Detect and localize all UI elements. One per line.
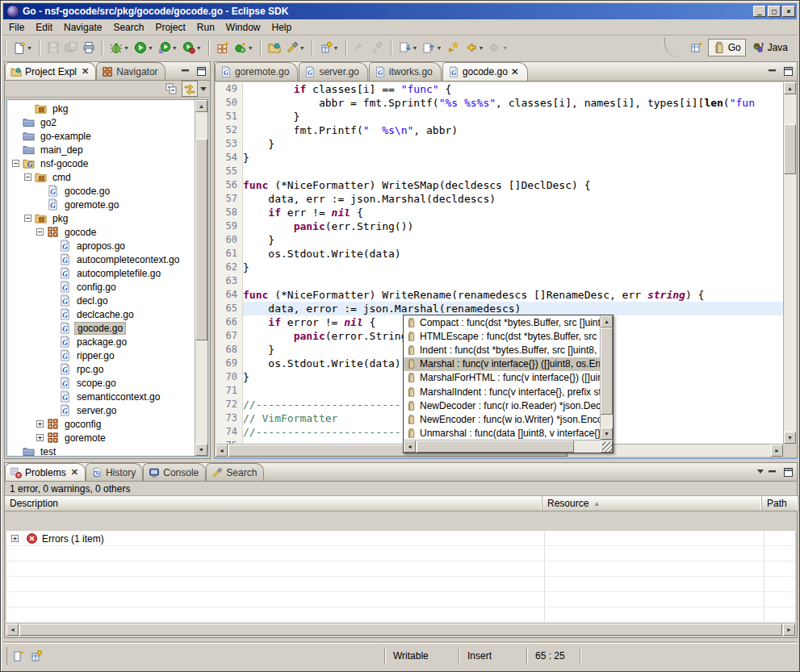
autocomplete-item[interactable]: MarshalForHTML : func(v interface{}) ([]… xyxy=(404,371,600,385)
code-line-61[interactable]: 61 os.Stdout.Write(data) xyxy=(216,247,796,261)
run-button[interactable]: ▼ xyxy=(132,39,156,56)
scroll-down-arrow[interactable]: ▼ xyxy=(601,428,613,440)
view-minimize-icon[interactable] xyxy=(767,466,779,477)
tab-problems[interactable]: Problems✕ xyxy=(5,463,86,481)
scroll-up-arrow[interactable]: ▲ xyxy=(195,100,207,112)
print-button[interactable] xyxy=(80,39,98,56)
next-annotation-button[interactable]: ▼ xyxy=(396,39,421,56)
new-wizard-button[interactable]: ▼ xyxy=(10,39,35,56)
tab-console[interactable]: Console xyxy=(143,463,206,481)
tree-expander-icon[interactable]: − xyxy=(24,215,31,222)
maximize-button[interactable]: □ xyxy=(768,6,781,17)
tree-item-gocode-go[interactable]: Ggocode.go xyxy=(7,184,195,198)
tree-item-declcache-go[interactable]: Gdeclcache.go xyxy=(7,307,195,321)
code-line-60[interactable]: 60 } xyxy=(216,233,796,247)
editor-scroll-thumb[interactable] xyxy=(784,124,796,174)
close-tab-icon[interactable]: ✕ xyxy=(511,66,519,77)
scroll-right-arrow[interactable]: ► xyxy=(771,445,783,457)
menu-file[interactable]: File xyxy=(3,20,30,35)
tree-item-go-example[interactable]: go-example xyxy=(7,129,195,143)
code-line-52[interactable]: 52 fmt.Printf(" %s\n", abbr) xyxy=(216,123,796,137)
code-line-50[interactable]: 50 abbr = fmt.Sprintf("%s %s%s", classes… xyxy=(216,96,796,110)
menu-project[interactable]: Project xyxy=(149,20,191,35)
title-bar[interactable]: Go - nsf-gocode/src/pkg/gocode/gocode.go… xyxy=(3,3,797,19)
tree-expander-icon[interactable]: − xyxy=(36,228,44,236)
last-edit-location-button[interactable] xyxy=(444,39,462,56)
code-line-59[interactable]: 59 panic(err.String()) xyxy=(216,219,796,233)
code-line-49[interactable]: 49 if classes[i] == "func" { xyxy=(216,82,796,96)
tab-itworks-go[interactable]: Gitworks.go xyxy=(369,62,442,81)
column-header-path[interactable]: Path xyxy=(762,496,798,511)
minimize-button[interactable]: _ xyxy=(753,6,766,17)
tab-goremote-go[interactable]: Ggoremote.go xyxy=(215,62,298,81)
tree-item-goconfig[interactable]: +goconfig xyxy=(7,417,195,431)
tab-navigator[interactable]: Navigator xyxy=(96,62,165,80)
undo-button[interactable] xyxy=(351,39,369,56)
tree-item-server-go[interactable]: Gserver.go xyxy=(7,403,195,417)
tree-item-ripper-go[interactable]: Gripper.go xyxy=(7,349,195,362)
tab-server-go[interactable]: Gserver.go xyxy=(299,62,367,81)
new-element-button[interactable]: ▼ xyxy=(317,39,341,56)
autocomplete-item[interactable]: HTMLEscape : func(dst *bytes.Buffer, src… xyxy=(404,329,600,343)
scroll-left-arrow[interactable]: ◄ xyxy=(6,624,19,636)
save-all-button[interactable] xyxy=(62,39,80,56)
tab-gocode-go[interactable]: Ggocode.go✕ xyxy=(442,62,528,81)
tree-item-config-go[interactable]: Gconfig.go xyxy=(7,280,195,294)
format-button[interactable] xyxy=(369,39,387,56)
editor-vertical-scrollbar[interactable]: ▲ ▼ xyxy=(783,82,796,444)
tree-expander-icon[interactable]: − xyxy=(12,160,19,167)
tree-scroll-thumb[interactable] xyxy=(195,139,207,340)
menu-navigate[interactable]: Navigate xyxy=(58,20,107,35)
scroll-left-arrow[interactable]: ◄ xyxy=(404,440,416,453)
tree-item-autocompletecontext-go[interactable]: Gautocompletecontext.go xyxy=(7,253,195,266)
gc-button[interactable]: ▼ xyxy=(232,39,256,56)
scroll-left-arrow[interactable]: ◄ xyxy=(216,445,228,457)
profile-button[interactable]: ▼ xyxy=(180,39,204,56)
autocomplete-item[interactable]: Compact : func(dst *bytes.Buffer, src []… xyxy=(404,315,600,329)
tree-item-apropos-go[interactable]: Gapropos.go xyxy=(7,239,195,253)
autocomplete-item[interactable]: NewEncoder : func(w io.Writer) *json.Enc… xyxy=(404,412,600,426)
popup-resize-grip[interactable] xyxy=(602,442,612,452)
view-maximize-icon[interactable] xyxy=(195,65,207,76)
scroll-up-arrow[interactable]: ▲ xyxy=(601,315,613,328)
popup-hscroll-thumb[interactable] xyxy=(417,440,574,453)
tree-item-nsf-gocode[interactable]: −Gnsf-gocode xyxy=(7,157,195,170)
tree-item-gocode-go[interactable]: Ggocode.go xyxy=(7,321,195,335)
menu-run[interactable]: Run xyxy=(191,20,220,35)
menu-help[interactable]: Help xyxy=(266,20,298,35)
code-line-58[interactable]: 58 if err != nil { xyxy=(216,206,796,219)
open-perspective-button[interactable] xyxy=(688,39,706,56)
scroll-up-arrow[interactable]: ▲ xyxy=(784,82,796,94)
code-line-63[interactable]: 63 xyxy=(216,274,796,288)
tree-item-gocode[interactable]: −gocode xyxy=(7,225,195,239)
tree-item-pkg[interactable]: −pkg xyxy=(7,211,195,225)
code-line-62[interactable]: 62} xyxy=(216,261,796,274)
autocomplete-item[interactable]: Indent : func(dst *bytes.Buffer, src []u… xyxy=(404,343,600,357)
problems-horizontal-scrollbar[interactable]: ◄ ► xyxy=(6,623,795,636)
autocomplete-item[interactable]: NewDecoder : func(r io.Reader) *json.Dec… xyxy=(404,399,600,412)
tree-item-scope-go[interactable]: Gscope.go xyxy=(7,376,195,390)
popup-vertical-scrollbar[interactable]: ▲ ▼ xyxy=(600,315,613,440)
tree-item-goremote-go[interactable]: Ggoremote.go xyxy=(7,198,195,211)
view-menu-chevron-icon[interactable] xyxy=(757,470,764,474)
view-maximize-icon[interactable] xyxy=(782,466,794,477)
open-type-button[interactable] xyxy=(266,39,283,56)
view-minimize-icon[interactable] xyxy=(180,65,192,76)
back-button[interactable]: ▼ xyxy=(462,39,486,56)
menu-window[interactable]: Window xyxy=(220,20,266,35)
scroll-down-arrow[interactable]: ▼ xyxy=(195,444,207,456)
problems-hscroll-thumb[interactable] xyxy=(19,624,782,636)
debug-button[interactable]: ▼ xyxy=(107,39,132,56)
tree-item-semanticcontext-go[interactable]: Gsemanticcontext.go xyxy=(7,390,195,403)
scroll-down-arrow[interactable]: ▼ xyxy=(784,432,796,444)
menu-search[interactable]: Search xyxy=(107,20,149,35)
tree-item-package-go[interactable]: Gpackage.go xyxy=(7,335,195,349)
popup-horizontal-scrollbar[interactable]: ◄ ► xyxy=(404,440,613,453)
autocomplete-item[interactable]: MarshalIndent : func(v interface{}, pref… xyxy=(404,385,600,399)
save-button[interactable] xyxy=(44,39,62,56)
code-line-64[interactable]: 64func (*NiceFormatter) WriteRename(rena… xyxy=(216,288,796,302)
problems-row-errors[interactable]: +Errors (1 item) xyxy=(6,531,795,546)
link-with-editor-button[interactable] xyxy=(182,81,198,97)
tree-item-decl-go[interactable]: Gdecl.go xyxy=(7,294,195,307)
code-line-54[interactable]: 54} xyxy=(216,151,796,165)
